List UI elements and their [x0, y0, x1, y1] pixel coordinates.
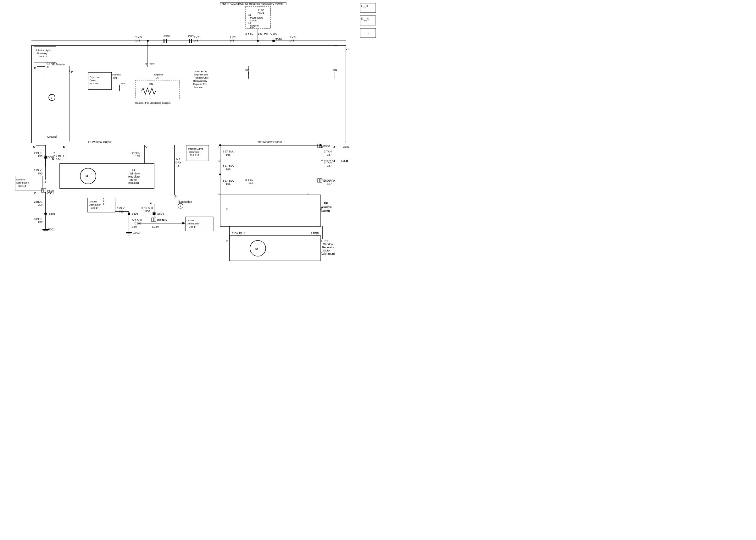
- svg-text:Illumination: Illumination: [178, 200, 192, 203]
- svg-text:164: 164: [56, 158, 61, 161]
- svg-text:0.5 BLK: 0.5 BLK: [132, 219, 142, 222]
- svg-rect-251: [229, 236, 321, 261]
- svg-rect-49: [32, 46, 346, 143]
- svg-text:3 TAN: 3 TAN: [324, 161, 332, 164]
- svg-text:C200: C200: [270, 32, 277, 35]
- svg-text:S303: S303: [49, 212, 55, 215]
- svg-text:→: →: [367, 32, 369, 35]
- svg-text:Express: Express: [112, 73, 121, 76]
- svg-text:C: C: [34, 192, 36, 195]
- svg-text:8: 8: [47, 65, 49, 68]
- svg-text:J: J: [333, 159, 335, 163]
- svg-text:DN: DN: [149, 83, 153, 85]
- svg-text:2 TAN: 2 TAN: [324, 150, 332, 153]
- svg-text:165: 165: [135, 155, 140, 158]
- svg-text:350: 350: [154, 225, 159, 228]
- svg-text:Ground: Ground: [16, 178, 25, 181]
- svg-text:143: 143: [289, 39, 294, 42]
- svg-text:167: 167: [327, 164, 332, 167]
- svg-text:2: 2: [54, 152, 55, 155]
- svg-text:C: C: [152, 225, 154, 228]
- svg-text:RF: RF: [325, 239, 328, 243]
- svg-text:Dimming: Dimming: [37, 52, 47, 55]
- svg-text:C301: C301: [47, 192, 54, 195]
- svg-text:2 BLK: 2 BLK: [34, 152, 42, 155]
- svg-text:Window: Window: [323, 243, 334, 246]
- svg-point-75: [147, 40, 149, 42]
- svg-text:Motor: Motor: [130, 178, 137, 181]
- svg-text:3: 3: [51, 96, 53, 99]
- svg-text:Up: Up: [69, 70, 73, 73]
- svg-text:E: E: [63, 145, 65, 148]
- svg-text:H: H: [333, 179, 336, 182]
- svg-text:D: D: [34, 66, 36, 69]
- svg-text:Latches In: Latches In: [195, 70, 207, 73]
- svg-point-268: [320, 144, 322, 146]
- svg-text:Cell 14: Cell 14: [18, 185, 26, 187]
- svg-text:DN: DN: [333, 68, 337, 71]
- svg-text:B: B: [219, 159, 221, 163]
- svg-text:RF Window Output: RF Window Output: [258, 141, 282, 144]
- svg-text:B: B: [175, 195, 177, 198]
- svg-rect-32: [164, 39, 165, 43]
- svg-text:LF Window Output: LF Window Output: [88, 141, 112, 144]
- svg-point-252: [250, 240, 266, 256]
- svg-text:DN: DN: [121, 82, 125, 85]
- svg-rect-78: [135, 80, 179, 99]
- svg-text:A: A: [145, 145, 147, 148]
- svg-text:Cell 14: Cell 14: [90, 206, 98, 209]
- svg-text:Distribution: Distribution: [187, 222, 199, 225]
- svg-text:2 BLK: 2 BLK: [34, 169, 42, 172]
- svg-rect-35: [189, 39, 190, 43]
- svg-text:Cell 117: Cell 117: [190, 154, 199, 157]
- svg-text:H: H: [346, 159, 348, 163]
- svg-point-106: [80, 168, 96, 184]
- svg-text:LF: LF: [132, 169, 136, 172]
- svg-text:S604: S604: [157, 212, 164, 215]
- svg-text:G302: G302: [133, 231, 140, 234]
- svg-rect-203: [220, 195, 321, 226]
- wiring-diagram: L O C D ES C → Hot In ACCY,RUN Or Retain…: [0, 0, 378, 270]
- svg-point-116: [44, 156, 47, 158]
- svg-text:B: B: [227, 239, 228, 243]
- svg-text:Fuse: Fuse: [258, 9, 264, 12]
- svg-text:D: D: [219, 193, 221, 196]
- svg-text:ES: ES: [364, 19, 367, 22]
- svg-text:Distribution: Distribution: [16, 181, 29, 184]
- svg-text:E: E: [227, 207, 228, 210]
- svg-text:2 BRN: 2 BRN: [132, 152, 141, 155]
- svg-point-165: [153, 212, 155, 215]
- svg-text:350: 350: [132, 225, 137, 228]
- svg-rect-36: [191, 39, 192, 43]
- svg-text:S406: S406: [131, 212, 138, 215]
- svg-text:Dimming: Dimming: [189, 151, 199, 153]
- svg-text:(With ECB): (With ECB): [321, 252, 335, 255]
- svg-text:2 LT BLU: 2 LT BLU: [223, 150, 234, 153]
- svg-text:166: 166: [226, 182, 230, 186]
- main-canvas: L O C D ES C → Hot In ACCY,RUN Or Retain…: [0, 0, 378, 270]
- svg-text:C301: C301: [343, 145, 350, 148]
- svg-text:3 LT BLU: 3 LT BLU: [223, 179, 234, 182]
- svg-text:S310: S310: [275, 38, 282, 41]
- svg-text:L1: L1: [248, 14, 251, 16]
- svg-text:Express: Express: [154, 73, 163, 76]
- svg-text:F: F: [308, 193, 309, 196]
- svg-text:DN: DN: [113, 76, 117, 79]
- svg-text:750: 750: [38, 221, 43, 224]
- svg-text:Express: Express: [89, 76, 99, 78]
- svg-text:O: O: [364, 6, 366, 9]
- svg-text:167: 167: [327, 153, 332, 156]
- svg-text:P500: P500: [164, 35, 170, 38]
- svg-text:143: 143: [229, 39, 234, 42]
- svg-text:(w/ECB): (w/ECB): [128, 181, 139, 185]
- svg-text:B: B: [52, 158, 54, 161]
- svg-text:8: 8: [177, 164, 179, 167]
- svg-text:3 TAN: 3 TAN: [324, 179, 332, 182]
- svg-text:3 LT BLU: 3 LT BLU: [223, 164, 234, 167]
- svg-text:750: 750: [38, 203, 43, 206]
- svg-text:Ign Input: Ign Input: [145, 62, 155, 65]
- svg-text:166: 166: [226, 153, 230, 156]
- svg-text:Illumination: Illumination: [52, 63, 67, 66]
- svg-text:Block: Block: [257, 12, 265, 15]
- svg-text:C: C: [367, 17, 369, 20]
